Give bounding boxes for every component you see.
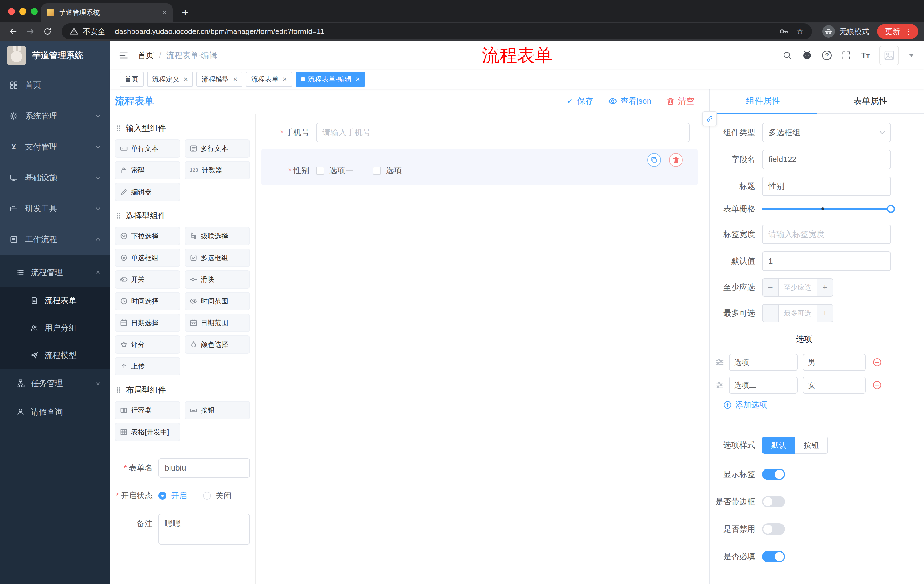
form-remark-textarea[interactable]: 嘿嘿	[158, 514, 250, 545]
tag-close-icon[interactable]: ×	[233, 76, 237, 83]
component-checkbox-group[interactable]: 多选框组	[185, 248, 250, 267]
sidebar-item-leave-query[interactable]: 请假查询	[0, 398, 111, 426]
sidebar-item-process-model[interactable]: 流程模型	[0, 342, 111, 369]
required-toggle[interactable]	[762, 551, 785, 562]
component-rate[interactable]: 评分	[115, 336, 180, 354]
label-width-input[interactable]	[762, 225, 891, 244]
fullscreen-icon[interactable]	[842, 51, 851, 60]
min-select-input[interactable]	[779, 279, 817, 296]
close-window-button[interactable]	[8, 8, 15, 15]
delete-field-button[interactable]	[669, 153, 683, 167]
reload-button[interactable]	[40, 24, 55, 39]
forward-button[interactable]	[23, 24, 38, 39]
component-cascader[interactable]: 级联选择	[185, 227, 250, 245]
sidebar-item-infrastructure[interactable]: 基础设施	[0, 162, 111, 193]
tab-component-props[interactable]: 组件属性	[710, 89, 817, 113]
canvas-field-gender-selected[interactable]: 性别 选项一 选项二	[261, 149, 698, 185]
tag-close-icon[interactable]: ×	[282, 76, 287, 83]
disabled-toggle[interactable]	[762, 523, 785, 535]
option-label-input[interactable]	[729, 377, 798, 394]
option-drag-icon[interactable]	[716, 381, 724, 389]
copy-field-button[interactable]	[647, 153, 661, 167]
default-value-input[interactable]	[762, 252, 891, 271]
font-size-icon[interactable]: TT	[861, 51, 870, 60]
tag-process-form-edit[interactable]: 流程表单-编辑×	[295, 72, 365, 87]
save-button[interactable]: ✓ 保存	[566, 96, 593, 107]
sidebar-item-user-groups[interactable]: 用户分组	[0, 314, 111, 342]
clear-button[interactable]: 清空	[666, 96, 694, 107]
form-name-input[interactable]	[158, 458, 250, 478]
drag-icon[interactable]	[115, 386, 122, 394]
max-select-input[interactable]	[779, 304, 817, 322]
remove-option-button[interactable]	[873, 358, 882, 367]
sidebar-item-workflow[interactable]: 工作流程	[0, 224, 111, 255]
show-label-toggle[interactable]	[762, 469, 785, 480]
tag-close-icon[interactable]: ×	[183, 76, 188, 83]
field-name-input[interactable]	[762, 150, 891, 169]
sidebar-item-task-management[interactable]: 任务管理	[0, 369, 111, 398]
tag-close-icon[interactable]: ×	[356, 76, 360, 83]
sidebar-item-process-form[interactable]: 流程表单	[0, 287, 111, 314]
hamburger-icon[interactable]	[118, 50, 129, 61]
checkbox-option-2[interactable]: 选项二	[373, 165, 410, 176]
canvas-field-phone[interactable]: 手机号	[261, 123, 698, 142]
address-bar[interactable]: 不安全 dashboard.yudao.iocoder.cn/bpm/manag…	[62, 23, 812, 39]
sidebar-item-system[interactable]: 系统管理	[0, 100, 111, 132]
grid-slider[interactable]	[762, 208, 891, 210]
title-input[interactable]	[762, 176, 891, 196]
sidebar-item-home[interactable]: 首页	[0, 70, 111, 100]
component-date-range[interactable]: 日期范围	[185, 314, 250, 332]
add-option-button[interactable]: 添加选项	[723, 400, 924, 410]
user-avatar[interactable]	[879, 46, 899, 65]
radio-status-off[interactable]: 关闭	[203, 490, 231, 501]
component-password[interactable]: 密码	[115, 161, 180, 179]
drag-icon[interactable]	[115, 125, 122, 132]
component-table[interactable]: 表格[开发中]	[115, 423, 180, 441]
radio-status-on[interactable]: 开启	[158, 490, 187, 501]
decrease-button[interactable]: −	[763, 279, 779, 296]
drag-icon[interactable]	[115, 212, 122, 219]
tag-home[interactable]: 首页	[119, 72, 144, 87]
component-time-picker[interactable]: 时间选择	[115, 292, 180, 310]
component-slider[interactable]: 滑块	[185, 270, 250, 289]
search-icon[interactable]	[782, 51, 792, 60]
tab-close-icon[interactable]: ×	[162, 8, 167, 17]
component-upload[interactable]: 上传	[115, 357, 180, 375]
component-select[interactable]: 下拉选择	[115, 227, 180, 245]
github-icon[interactable]	[802, 50, 812, 61]
tag-process-model[interactable]: 流程模型×	[196, 72, 243, 87]
security-label[interactable]: 不安全	[83, 26, 105, 36]
slider-handle[interactable]	[887, 205, 895, 213]
style-button-button[interactable]: 按钮	[795, 437, 828, 454]
help-icon[interactable]	[822, 51, 832, 60]
component-row-container[interactable]: 行容器	[115, 401, 180, 419]
phone-input[interactable]	[316, 123, 690, 142]
component-rich-editor[interactable]: 编辑器	[115, 183, 180, 201]
component-switch[interactable]: 开关	[115, 270, 180, 289]
browser-menu-icon[interactable]: ⋮	[904, 27, 912, 36]
back-button[interactable]	[6, 24, 21, 39]
url-text[interactable]: dashboard.yudao.iocoder.cn/bpm/manager/f…	[115, 27, 774, 36]
decrease-button[interactable]: −	[763, 304, 779, 322]
browser-tab[interactable]: 芋道管理系统 ×	[41, 3, 173, 22]
component-multi-line-text[interactable]: 多行文本	[185, 140, 250, 158]
remove-option-button[interactable]	[873, 380, 882, 390]
border-toggle[interactable]	[762, 496, 785, 507]
new-tab-button[interactable]: +	[182, 7, 188, 18]
breadcrumb-home[interactable]: 首页	[138, 50, 154, 61]
sidebar-item-dev-tools[interactable]: 研发工具	[0, 193, 111, 224]
increase-button[interactable]: +	[817, 304, 833, 322]
chevron-down-icon[interactable]	[909, 54, 914, 57]
sidebar-logo[interactable]: 芋道管理系统	[0, 41, 111, 70]
increase-button[interactable]: +	[817, 279, 833, 296]
option-value-input[interactable]	[803, 354, 866, 371]
minimize-window-button[interactable]	[20, 8, 26, 15]
sidebar-item-payment[interactable]: ¥ 支付管理	[0, 132, 111, 162]
tab-form-props[interactable]: 表单属性	[817, 89, 924, 113]
form-canvas[interactable]: 手机号	[256, 114, 709, 584]
tag-process-definition[interactable]: 流程定义×	[147, 72, 193, 87]
component-type-select[interactable]: 多选框组	[762, 123, 891, 142]
component-radio-group[interactable]: 单选框组	[115, 248, 180, 267]
option-drag-icon[interactable]	[716, 358, 724, 366]
password-key-icon[interactable]	[779, 27, 788, 36]
